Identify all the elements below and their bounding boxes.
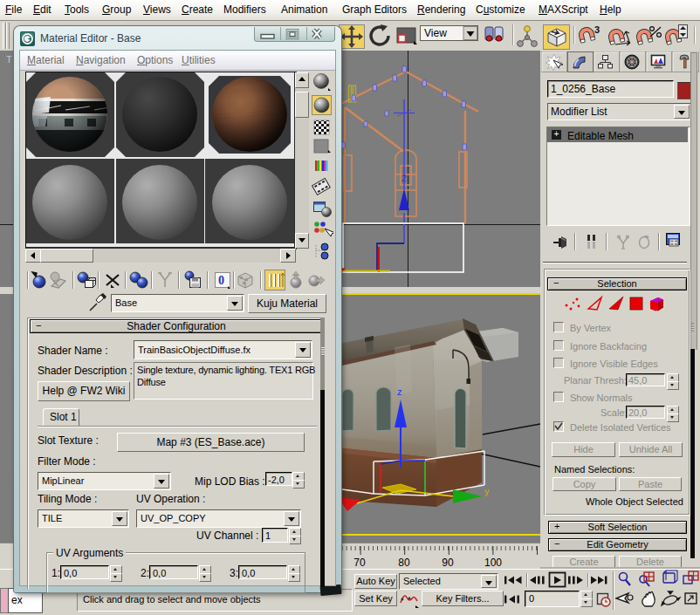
svg-text:100: 100	[484, 557, 502, 569]
svg-text:80: 80	[398, 557, 410, 569]
svg-text:70: 70	[353, 557, 366, 569]
svg-text:2: 2	[401, 174, 407, 183]
svg-text:0: 0	[218, 274, 224, 287]
svg-text:y: y	[484, 486, 490, 496]
svg-text:90: 90	[442, 557, 454, 569]
svg-text:T: T	[6, 54, 12, 65]
svg-text:3: 3	[594, 24, 600, 35]
svg-text:View: View	[424, 27, 447, 39]
svg-text:z: z	[397, 386, 402, 397]
